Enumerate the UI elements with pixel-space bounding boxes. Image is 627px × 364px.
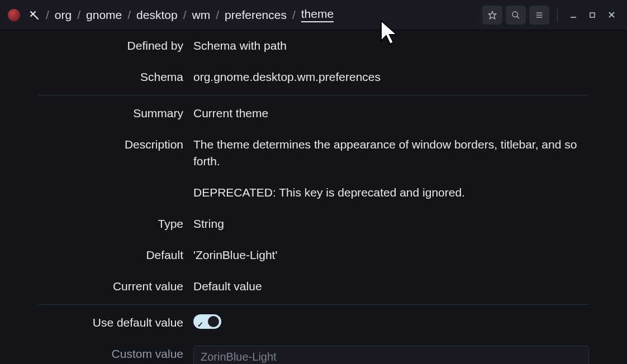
breadcrumb-sep: / — [127, 8, 131, 22]
breadcrumb-theme[interactable]: theme — [301, 7, 334, 22]
row-summary: Summary Current theme — [38, 98, 589, 129]
window-close[interactable] — [604, 7, 619, 23]
breadcrumb-sep: / — [46, 8, 49, 22]
row-use-default: Use default value ✓ — [38, 307, 589, 338]
menu-button[interactable] — [529, 6, 549, 25]
breadcrumb-wm[interactable]: wm — [192, 8, 211, 22]
custom-value-input[interactable]: ZorinBlue-Light — [193, 346, 589, 364]
content: Defined by Schema with path Schema org.g… — [38, 30, 589, 364]
svg-line-2 — [517, 16, 519, 18]
row-type: Type String — [38, 208, 589, 240]
row-default: Default 'ZorinBlue-Light' — [38, 240, 589, 271]
label-description: Description — [38, 136, 183, 153]
svg-marker-0 — [488, 11, 496, 18]
check-icon: ✓ — [197, 317, 203, 333]
app-icon — [8, 9, 20, 21]
value-current-value: Default value — [193, 278, 589, 295]
window-minimize[interactable] — [566, 7, 581, 23]
window-maximize[interactable] — [585, 7, 600, 23]
label-current-value: Current value — [38, 278, 183, 295]
divider — [38, 304, 589, 305]
description-line1: The theme determines the appearance of w… — [193, 136, 589, 170]
label-type: Type — [38, 215, 183, 232]
label-custom-value: Custom value — [38, 346, 183, 362]
breadcrumb-sep: / — [77, 8, 80, 22]
root-icon[interactable] — [28, 9, 40, 21]
description-line2: DEPRECATED: This key is deprecated and i… — [193, 184, 589, 201]
header-divider — [557, 8, 558, 22]
label-use-default: Use default value — [38, 314, 183, 331]
value-default: 'ZorinBlue-Light' — [193, 247, 589, 264]
search-button[interactable] — [506, 6, 526, 25]
breadcrumb-sep: / — [292, 8, 296, 22]
row-current-value: Current value Default value — [38, 271, 589, 302]
value-custom-wrapper: ZorinBlue-Light — [193, 346, 589, 364]
value-type: String — [193, 215, 589, 232]
breadcrumb-sep: / — [216, 8, 219, 22]
row-custom-value: Custom value ZorinBlue-Light — [38, 338, 589, 364]
label-summary: Summary — [38, 105, 183, 122]
svg-point-1 — [512, 12, 517, 17]
label-default: Default — [38, 247, 183, 264]
label-defined-by: Defined by — [38, 37, 183, 54]
row-schema: Schema org.gnome.desktop.wm.preferences — [38, 61, 589, 93]
value-description: The theme determines the appearance of w… — [193, 136, 589, 201]
row-defined-by: Defined by Schema with path — [38, 30, 589, 61]
breadcrumb-gnome[interactable]: gnome — [86, 8, 122, 22]
divider — [38, 95, 589, 95]
value-schema: org.gnome.desktop.wm.preferences — [193, 69, 589, 85]
bookmark-button[interactable] — [482, 6, 502, 25]
toggle-knob — [208, 316, 219, 327]
use-default-toggle[interactable]: ✓ — [193, 314, 221, 329]
value-summary: Current theme — [193, 105, 589, 122]
breadcrumb-desktop[interactable]: desktop — [136, 8, 178, 22]
row-description: Description The theme determines the app… — [38, 129, 589, 208]
breadcrumb: / org / gnome / desktop / wm / preferenc… — [28, 7, 479, 22]
breadcrumb-sep: / — [183, 8, 187, 22]
value-defined-by: Schema with path — [193, 37, 589, 54]
breadcrumb-org[interactable]: org — [55, 8, 72, 22]
headerbar: / org / gnome / desktop / wm / preferenc… — [0, 0, 627, 30]
header-actions — [482, 6, 619, 25]
breadcrumb-preferences[interactable]: preferences — [225, 8, 287, 22]
svg-rect-7 — [590, 13, 595, 17]
value-use-default: ✓ — [193, 314, 589, 329]
label-schema: Schema — [38, 69, 183, 85]
